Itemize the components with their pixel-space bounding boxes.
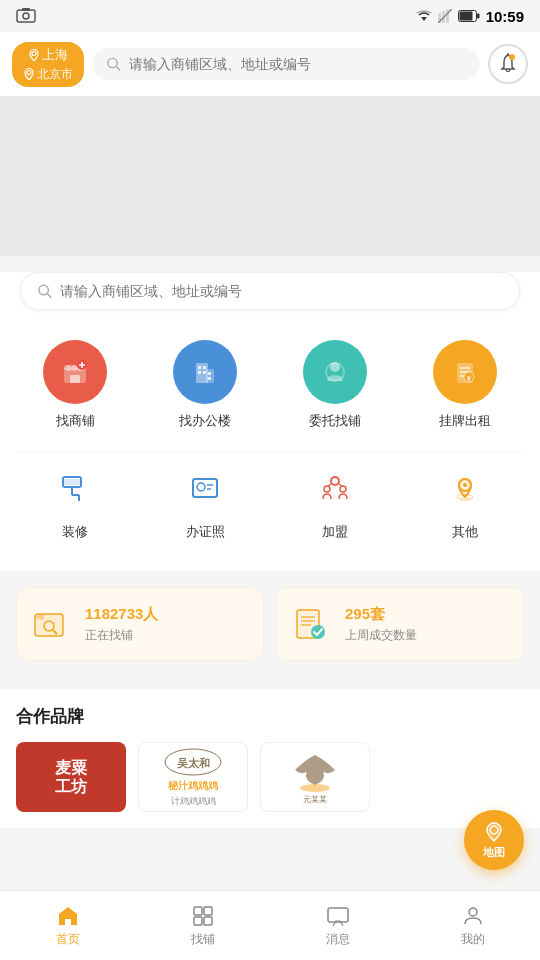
- svg-point-17: [39, 285, 49, 295]
- wifi-icon: [416, 9, 432, 23]
- delegate-label: 委托找铺: [309, 412, 361, 430]
- nav-profile-label: 我的: [461, 931, 485, 948]
- top-search-bar[interactable]: [92, 48, 480, 80]
- other-label: 其他: [452, 523, 478, 541]
- top-bar: 上海 北京市: [0, 32, 540, 96]
- status-left-icons: [16, 8, 36, 24]
- svg-rect-26: [198, 366, 201, 369]
- svg-point-12: [27, 71, 31, 75]
- brand-logo-3[interactable]: 元某某: [260, 742, 370, 812]
- svg-rect-73: [204, 907, 212, 915]
- menu-item-office[interactable]: 找办公楼: [140, 330, 270, 440]
- inner-search-bar[interactable]: [20, 272, 520, 310]
- map-fab-label: 地图: [483, 845, 505, 860]
- bottom-nav: 首页 找铺 消息 我的: [0, 890, 540, 960]
- svg-rect-0: [17, 10, 35, 22]
- brand-title: 合作品牌: [16, 705, 524, 728]
- brand1-text: 麦粟工坊: [55, 758, 87, 796]
- svg-line-52: [328, 484, 331, 486]
- menu-item-delegate[interactable]: 委托找铺: [270, 330, 400, 440]
- main-card: 找商铺 找办公楼: [0, 272, 540, 571]
- nav-item-profile[interactable]: 我的: [405, 891, 540, 960]
- svg-text:¥: ¥: [467, 375, 471, 382]
- nav-home-label: 首页: [56, 931, 80, 948]
- brand3-logo-svg: 元某某: [275, 750, 355, 805]
- other-icon: [439, 463, 491, 515]
- svg-point-69: [300, 784, 330, 792]
- office-label: 找办公楼: [179, 412, 231, 430]
- divider-1: [0, 571, 540, 579]
- stat-deals-desc: 上周成交数量: [345, 627, 417, 644]
- location-city: 上海: [42, 46, 68, 64]
- svg-point-49: [331, 477, 339, 485]
- franchise-icon: [309, 463, 361, 515]
- profile-icon: [461, 904, 485, 928]
- brand2-subtitle: 计鸡鸡鸡鸡: [171, 795, 216, 808]
- menu-item-rent[interactable]: ¥ 挂牌出租: [400, 330, 530, 440]
- stat-users-desc: 正在找铺: [85, 627, 158, 644]
- svg-point-77: [469, 908, 477, 916]
- menu-item-franchise[interactable]: 加盟: [270, 453, 400, 551]
- photo-icon: [16, 8, 36, 24]
- brand2-text: 秘汁鸡鸡鸡: [168, 779, 218, 793]
- search-icon-top: [106, 56, 121, 72]
- home-icon: [56, 904, 80, 928]
- svg-point-1: [23, 13, 29, 19]
- svg-line-14: [116, 67, 120, 71]
- menu-item-other[interactable]: 其他: [400, 453, 530, 551]
- decor-label: 装修: [62, 523, 88, 541]
- menu-item-shop[interactable]: 找商铺: [10, 330, 140, 440]
- stat-card-users[interactable]: 1182733人 正在找铺: [16, 587, 264, 661]
- svg-marker-3: [421, 17, 427, 21]
- brand-logo-1[interactable]: 麦粟工坊: [16, 742, 126, 812]
- menu-row-2: 装修 办证照: [0, 453, 540, 563]
- svg-rect-31: [208, 377, 211, 380]
- pin-icon-bottom: [24, 68, 34, 80]
- menu-item-decor[interactable]: 装修: [10, 453, 140, 551]
- stat-users-number: 1182733人: [85, 605, 158, 624]
- stat-text-users: 1182733人 正在找铺: [85, 605, 158, 644]
- shop-icon: [43, 340, 107, 404]
- svg-line-53: [339, 484, 342, 486]
- menu-row-1: 找商铺 找办公楼: [0, 330, 540, 452]
- svg-point-51: [340, 486, 346, 492]
- svg-rect-28: [198, 371, 201, 374]
- svg-rect-75: [204, 917, 212, 925]
- map-pin-fab-icon: [483, 821, 505, 843]
- search-icon-inner: [37, 283, 52, 299]
- svg-rect-29: [203, 371, 206, 374]
- nav-item-find[interactable]: 找铺: [135, 891, 270, 960]
- svg-rect-9: [459, 12, 472, 21]
- rent-icon: ¥: [433, 340, 497, 404]
- svg-rect-72: [194, 907, 202, 915]
- top-search-input[interactable]: [129, 56, 466, 72]
- divider-2: [0, 673, 540, 681]
- inner-search-input[interactable]: [60, 283, 503, 299]
- pin-icon-top: [29, 49, 39, 61]
- location-district: 北京市: [24, 66, 73, 83]
- svg-rect-30: [208, 372, 211, 375]
- rent-label: 挂牌出租: [439, 412, 491, 430]
- map-fab-button[interactable]: 地图: [464, 810, 524, 870]
- license-icon: [179, 463, 231, 515]
- location-top: 上海: [29, 46, 68, 64]
- svg-point-13: [108, 58, 117, 67]
- nav-item-message[interactable]: 消息: [270, 891, 405, 960]
- svg-rect-2: [22, 8, 30, 11]
- location-selector[interactable]: 上海 北京市: [12, 42, 84, 87]
- svg-rect-74: [194, 917, 202, 925]
- svg-point-50: [324, 486, 330, 492]
- brand2-logo-svg: 吴太和: [163, 747, 223, 777]
- nav-message-label: 消息: [326, 931, 350, 948]
- nav-find-label: 找铺: [191, 931, 215, 948]
- menu-item-license[interactable]: 办证照: [140, 453, 270, 551]
- brand-logo-2[interactable]: 吴太和 秘汁鸡鸡鸡 计鸡鸡鸡鸡: [138, 742, 248, 812]
- delegate-icon: [303, 340, 367, 404]
- svg-line-18: [47, 294, 51, 298]
- office-icon: [173, 340, 237, 404]
- stats-row: 1182733人 正在找铺 295套 上周成交数量: [16, 587, 524, 661]
- nav-item-home[interactable]: 首页: [0, 891, 135, 960]
- stat-card-deals[interactable]: 295套 上周成交数量: [276, 587, 524, 661]
- status-time: 10:59: [486, 8, 524, 25]
- notification-button[interactable]: [488, 44, 528, 84]
